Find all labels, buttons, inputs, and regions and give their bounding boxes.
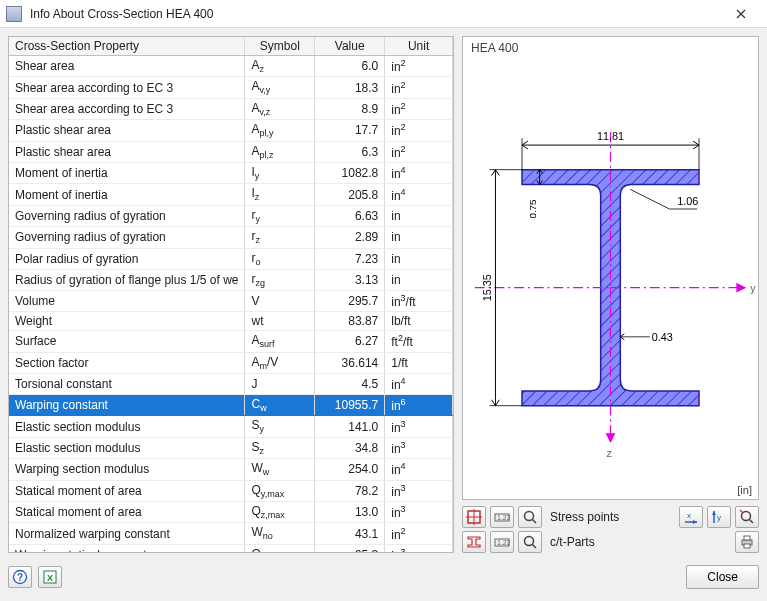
cell-unit: in3 (385, 480, 453, 501)
cell-value: 3.13 (315, 269, 385, 290)
cell-property: Shear area according to EC 3 (9, 77, 245, 98)
cell-value: 95.3 (315, 544, 385, 553)
table-row[interactable]: Shear areaAz6.0in2 (9, 56, 453, 77)
table-row[interactable]: Governing radius of gyrationrz2.89in (9, 227, 453, 248)
table-row[interactable]: Plastic shear areaApl,z6.3in2 (9, 141, 453, 162)
bottom-bar: ? X Close (8, 561, 759, 593)
window-title: Info About Cross-Section HEA 400 (30, 7, 721, 21)
col-value[interactable]: Value (315, 37, 385, 56)
cell-unit: in4 (385, 162, 453, 183)
cell-unit: in4 (385, 374, 453, 395)
cell-value: 78.2 (315, 480, 385, 501)
cell-unit: in3 (385, 437, 453, 458)
cell-property: Elastic section modulus (9, 416, 245, 437)
table-row[interactable]: Weightwt83.87lb/ft (9, 312, 453, 331)
cell-value: 2.89 (315, 227, 385, 248)
cell-symbol: Wno (245, 523, 315, 544)
help-button[interactable]: ? (8, 566, 32, 588)
table-header-row: Cross-Section Property Symbol Value Unit (9, 37, 453, 56)
properties-table-panel[interactable]: Cross-Section Property Symbol Value Unit… (8, 36, 454, 553)
table-row[interactable]: Shear area according to EC 3Av,z8.9in2 (9, 98, 453, 119)
cell-value: 43.1 (315, 523, 385, 544)
table-row[interactable]: Elastic section modulusSz34.8in3 (9, 437, 453, 458)
toolbar-label-stress: Stress points (550, 510, 619, 524)
section-preview-canvas[interactable]: HEA 400 y (462, 36, 759, 500)
cell-unit: in (385, 248, 453, 269)
cell-symbol: Qy,max (245, 480, 315, 501)
cell-property: Warping section modulus (9, 459, 245, 480)
print-button[interactable] (735, 531, 759, 553)
cell-unit: in3 (385, 416, 453, 437)
table-row[interactable]: Torsional constantJ4.5in4 (9, 374, 453, 395)
cell-symbol: V (245, 291, 315, 312)
table-row[interactable]: Elastic section modulusSy141.0in3 (9, 416, 453, 437)
zoom-button[interactable] (518, 506, 542, 528)
cell-value: 17.7 (315, 120, 385, 141)
cell-symbol: Sy (245, 416, 315, 437)
col-unit[interactable]: Unit (385, 37, 453, 56)
axes-x-button[interactable]: x (679, 506, 703, 528)
cell-symbol: Asurf (245, 331, 315, 352)
svg-line-20 (630, 189, 669, 209)
table-row[interactable]: Moment of inertiaIy1082.8in4 (9, 162, 453, 183)
cell-value: 34.8 (315, 437, 385, 458)
values-button[interactable]: 1.23 (490, 506, 514, 528)
cell-value: 7.23 (315, 248, 385, 269)
cell-symbol: Cw (245, 395, 315, 416)
svg-line-31 (533, 520, 537, 524)
ibeam-button[interactable] (462, 531, 486, 553)
table-row[interactable]: Statical moment of areaQz,max13.0in3 (9, 502, 453, 523)
svg-text:z: z (607, 447, 613, 459)
close-button[interactable]: Close (686, 565, 759, 589)
cell-value: 254.0 (315, 459, 385, 480)
table-row[interactable]: Statical moment of areaQy,max78.2in3 (9, 480, 453, 501)
cell-symbol: rz (245, 227, 315, 248)
table-row[interactable]: Warping section modulusWw254.0in4 (9, 459, 453, 480)
excel-export-button[interactable]: X (38, 566, 62, 588)
col-property[interactable]: Cross-Section Property (9, 37, 245, 56)
table-row[interactable]: Warping statical momentQw95.3in3 (9, 544, 453, 553)
cell-property: Radius of gyration of flange plus 1/5 of… (9, 269, 245, 290)
properties-table: Cross-Section Property Symbol Value Unit… (9, 37, 453, 553)
zoom2-button[interactable] (518, 531, 542, 553)
table-row[interactable]: Governing radius of gyrationry6.63in (9, 205, 453, 226)
table-row[interactable]: Radius of gyration of flange plus 1/5 of… (9, 269, 453, 290)
find-button[interactable] (735, 506, 759, 528)
cell-symbol: ro (245, 248, 315, 269)
table-row[interactable]: Warping constantCw10955.7in6 (9, 395, 453, 416)
col-symbol[interactable]: Symbol (245, 37, 315, 56)
cell-property: Plastic shear area (9, 120, 245, 141)
table-row[interactable]: SurfaceAsurf6.27ft2/ft (9, 331, 453, 352)
table-row[interactable]: Polar radius of gyrationro7.23in (9, 248, 453, 269)
cell-property: Statical moment of area (9, 480, 245, 501)
show-section-button[interactable] (462, 506, 486, 528)
values2-button[interactable]: 1.23 (490, 531, 514, 553)
cell-unit: in (385, 269, 453, 290)
table-row[interactable]: Plastic shear areaApl,y17.7in2 (9, 120, 453, 141)
cell-unit: in4 (385, 459, 453, 480)
cell-property: Statical moment of area (9, 502, 245, 523)
table-row[interactable]: Section factorAm/V36.6141/ft (9, 352, 453, 373)
axes-y-button[interactable]: y (707, 506, 731, 528)
cell-symbol: Av,y (245, 77, 315, 98)
cell-property: Polar radius of gyration (9, 248, 245, 269)
svg-text:1.23: 1.23 (497, 539, 510, 546)
cell-value: 10955.7 (315, 395, 385, 416)
table-row[interactable]: Moment of inertiaIz205.8in4 (9, 184, 453, 205)
window-close-button[interactable] (721, 0, 761, 28)
svg-text:y: y (717, 513, 721, 522)
table-row[interactable]: VolumeV295.7in3/ft (9, 291, 453, 312)
cell-property: Torsional constant (9, 374, 245, 395)
close-icon (736, 9, 746, 19)
svg-marker-33 (693, 520, 697, 524)
preview-title: HEA 400 (471, 41, 518, 55)
preview-unit-label: [in] (737, 484, 752, 496)
table-row[interactable]: Normalized warping constantWno43.1in2 (9, 523, 453, 544)
cell-unit: ft2/ft (385, 331, 453, 352)
cell-symbol: rzg (245, 269, 315, 290)
cell-property: Governing radius of gyration (9, 227, 245, 248)
client-area: Cross-Section Property Symbol Value Unit… (0, 28, 767, 601)
table-row[interactable]: Shear area according to EC 3Av,y18.3in2 (9, 77, 453, 98)
cell-property: Section factor (9, 352, 245, 373)
cell-symbol: Av,z (245, 98, 315, 119)
